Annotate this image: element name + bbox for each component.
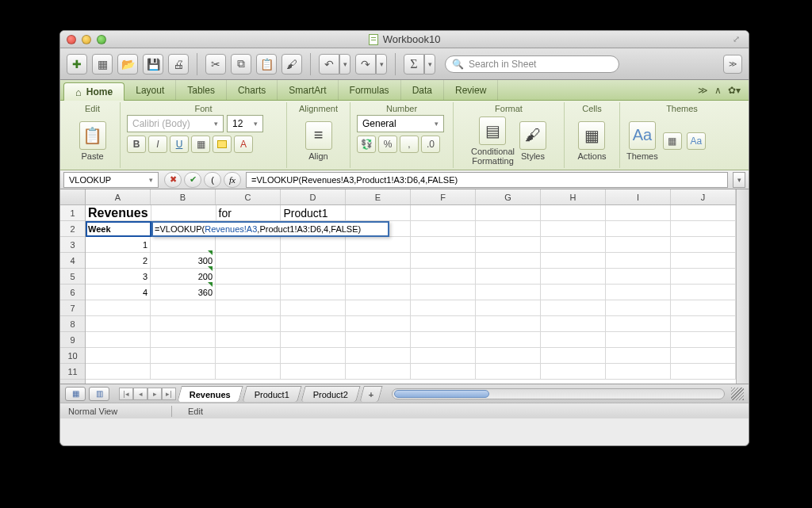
cell[interactable] — [281, 237, 346, 253]
cell[interactable] — [346, 205, 411, 221]
cell[interactable] — [671, 364, 736, 380]
zoom-window-button[interactable] — [97, 35, 106, 44]
cell[interactable] — [216, 285, 281, 300]
cell[interactable] — [411, 316, 476, 332]
select-all-corner[interactable] — [60, 189, 85, 205]
cell[interactable] — [606, 269, 671, 285]
templates-button[interactable]: ▦ — [92, 54, 113, 74]
cell[interactable] — [606, 348, 671, 364]
cell[interactable] — [541, 300, 606, 316]
col-header[interactable]: A — [86, 189, 151, 204]
cell[interactable] — [281, 332, 346, 348]
cell[interactable] — [216, 269, 281, 285]
cell[interactable] — [86, 332, 151, 348]
cell[interactable] — [541, 221, 606, 237]
ribbon-tab-charts[interactable]: Charts — [227, 80, 278, 100]
cell[interactable] — [476, 348, 541, 364]
cell[interactable] — [606, 300, 671, 316]
cell[interactable] — [411, 221, 476, 237]
col-header[interactable]: D — [281, 189, 346, 204]
cell[interactable] — [411, 237, 476, 253]
cell[interactable]: 360 — [151, 285, 216, 300]
sheet-tab-revenues[interactable]: Revenues — [177, 386, 243, 402]
font-size-select[interactable]: 12▾ — [227, 115, 263, 132]
bold-button[interactable]: B — [127, 136, 146, 153]
currency-button[interactable]: 💱 — [357, 136, 376, 153]
grid[interactable]: A B C D E F G H I J Revenues for Product… — [86, 189, 736, 384]
tab-nav-last[interactable]: ▸| — [162, 388, 176, 400]
cell[interactable]: Revenues — [86, 205, 151, 221]
formula-cancel-button[interactable]: ✖ — [164, 172, 182, 188]
cell[interactable] — [411, 285, 476, 300]
cell[interactable] — [346, 237, 411, 253]
tab-nav-next[interactable]: ▸ — [147, 388, 162, 400]
ribbon-tab-data[interactable]: Data — [401, 80, 444, 100]
tab-nav-prev[interactable]: ◂ — [133, 388, 147, 400]
cell[interactable] — [281, 348, 346, 364]
cell[interactable] — [346, 253, 411, 269]
cell[interactable]: Product1 — [281, 205, 346, 221]
row-header[interactable]: 7 — [60, 300, 85, 316]
conditional-formatting-button[interactable]: ▤ Conditional Formatting — [471, 116, 515, 166]
row-header[interactable]: 4 — [60, 253, 85, 269]
decimal-buttons[interactable]: .0 — [421, 136, 440, 153]
cell[interactable]: Week — [86, 221, 151, 237]
cell[interactable] — [541, 269, 606, 285]
border-button[interactable]: ▦ — [191, 136, 210, 153]
cell[interactable]: 2 — [86, 253, 151, 269]
col-header[interactable]: H — [541, 189, 606, 204]
col-header[interactable]: E — [346, 189, 411, 204]
formula-builder-button[interactable]: ( — [204, 172, 221, 188]
undo-dropdown[interactable]: ▾ — [339, 54, 350, 74]
open-button[interactable]: 📂 — [117, 54, 138, 74]
cell[interactable] — [281, 300, 346, 316]
cell[interactable] — [86, 316, 151, 332]
autosum-dropdown[interactable]: ▾ — [424, 54, 435, 74]
toolbar-overflow-button[interactable]: ≫ — [723, 55, 742, 74]
cell[interactable] — [281, 253, 346, 269]
col-header[interactable]: G — [476, 189, 541, 204]
new-workbook-button[interactable]: ✚ — [67, 54, 87, 74]
cell[interactable] — [346, 332, 411, 348]
cell[interactable] — [86, 300, 151, 316]
cell[interactable]: 4 — [86, 285, 151, 300]
row-header[interactable]: 3 — [60, 237, 85, 253]
minimize-window-button[interactable] — [82, 35, 91, 44]
cell[interactable]: 1 — [86, 237, 151, 253]
cell[interactable] — [151, 300, 216, 316]
cell[interactable] — [216, 316, 281, 332]
cell[interactable] — [671, 205, 736, 221]
cell[interactable] — [541, 364, 606, 380]
cell[interactable] — [281, 316, 346, 332]
cell[interactable] — [671, 237, 736, 253]
cell[interactable] — [671, 253, 736, 269]
cell[interactable] — [151, 332, 216, 348]
col-header[interactable]: F — [411, 189, 476, 204]
cell[interactable] — [216, 348, 281, 364]
cell[interactable] — [541, 332, 606, 348]
cell[interactable] — [281, 269, 346, 285]
row-header[interactable]: 5 — [60, 269, 85, 285]
cell[interactable] — [671, 332, 736, 348]
redo-button[interactable]: ↷ — [355, 54, 376, 74]
cell[interactable] — [476, 300, 541, 316]
name-box[interactable]: VLOOKUP▾ — [63, 172, 159, 188]
cell[interactable] — [346, 348, 411, 364]
sheet-tab-product1[interactable]: Product1 — [242, 386, 301, 402]
cell[interactable] — [476, 285, 541, 300]
row-header[interactable]: 6 — [60, 285, 85, 300]
row-header[interactable]: 11 — [60, 364, 85, 380]
cell[interactable] — [346, 269, 411, 285]
cut-button[interactable]: ✂ — [205, 54, 226, 74]
cell[interactable] — [476, 316, 541, 332]
cell[interactable] — [541, 348, 606, 364]
cell[interactable] — [151, 364, 216, 380]
cell-editing[interactable] — [151, 237, 216, 253]
cell[interactable] — [606, 253, 671, 269]
cell[interactable] — [151, 205, 216, 221]
formula-accept-button[interactable]: ✔ — [184, 172, 201, 188]
cell[interactable] — [216, 300, 281, 316]
ribbon-tab-formulas[interactable]: Formulas — [339, 80, 401, 100]
italic-button[interactable]: I — [148, 136, 167, 153]
cell[interactable] — [411, 332, 476, 348]
